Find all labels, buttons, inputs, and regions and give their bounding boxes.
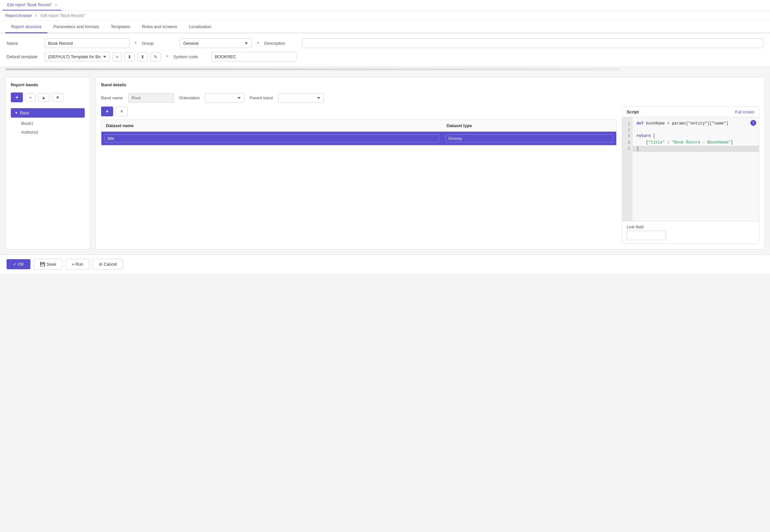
script-fullscreen-link[interactable]: Full screen <box>735 110 754 114</box>
band-child-authors2[interactable]: Authors2 <box>11 128 85 137</box>
template-select[interactable]: (DEFAULT) Template for BookR <box>44 52 110 61</box>
dataset-col-name: Dataset name <box>101 120 442 132</box>
script-title: Script <box>627 109 639 114</box>
dataset-remove-btn[interactable]: × <box>116 107 127 116</box>
dataset-col-type: Dataset type <box>442 120 616 132</box>
link-field-label: Link field <box>627 224 754 229</box>
tab-parameters-formats[interactable]: Parameters and formats <box>47 21 105 33</box>
form-row-name: Name * Group General * Description <box>7 39 763 48</box>
save-button[interactable]: 💾 Save <box>34 259 62 270</box>
bands-panel-title: Report bands <box>11 82 85 87</box>
tab-templates[interactable]: Templates <box>105 21 136 33</box>
breadcrumb-parent[interactable]: Report browser <box>5 13 32 18</box>
name-label: Name <box>7 41 39 46</box>
bottom-bar: ✓ OK 💾 Save » Run ⊘ Cancel <box>0 255 770 274</box>
nav-tabs: Report structure Parameters and formats … <box>0 21 770 33</box>
code-line-2 <box>637 127 755 133</box>
code-line-4: ["title" : "Book Record - $bookName"] <box>637 140 755 146</box>
orientation-label: Orientation <box>179 95 200 100</box>
tab-report-structure[interactable]: Report structure <box>5 21 47 33</box>
parent-band-select[interactable] <box>278 93 324 103</box>
scroll-hint <box>5 68 621 70</box>
script-header: Script Full screen <box>622 107 759 117</box>
parent-band-label: Parent band <box>250 95 273 100</box>
root-triangle-icon: ▼ <box>15 111 18 115</box>
details-body: + × Dataset name Dataset type <box>101 107 759 244</box>
band-details-header: Band name Orientation Parent band <box>101 93 759 103</box>
band-toolbar: + × ▲ ▼ <box>11 92 85 102</box>
breadcrumb: Report browser > Edit report "Book Recor… <box>0 11 770 21</box>
dataset-add-btn[interactable]: + <box>101 107 113 116</box>
template-required-star: * <box>166 54 168 59</box>
template-controls: (DEFAULT) Template for BookR + ⬇ ⬆ ✎ <box>44 52 161 61</box>
dataset-row[interactable]: Groovy SQL <box>101 132 616 145</box>
dataset-section: + × Dataset name Dataset type <box>101 107 617 244</box>
name-required-star: * <box>135 41 136 46</box>
template-upload-btn[interactable]: ⬆ <box>137 52 148 61</box>
band-name-label: Band name <box>101 95 123 100</box>
tab-label: Edit report "Book Record" <box>7 3 52 7</box>
form-row-template: Default template (DEFAULT) Template for … <box>7 52 763 61</box>
band-child-book1[interactable]: Book1 <box>11 119 85 128</box>
band-name-input[interactable] <box>128 93 174 103</box>
ok-button[interactable]: ✓ OK <box>7 259 30 269</box>
cancel-button[interactable]: ⊘ Cancel <box>92 259 123 270</box>
group-select[interactable]: General <box>179 39 252 48</box>
template-edit-btn[interactable]: ✎ <box>150 52 161 61</box>
band-add-btn[interactable]: + <box>11 92 23 102</box>
tab-localization[interactable]: Localization <box>183 21 218 33</box>
band-root-item[interactable]: ▼ Root <box>11 108 85 118</box>
default-template-label: Default template <box>7 54 39 59</box>
dataset-type-select[interactable]: Groovy SQL <box>445 134 613 142</box>
name-input[interactable] <box>44 39 129 48</box>
group-required-star: * <box>257 41 259 46</box>
script-help-icon[interactable]: ? <box>750 120 756 126</box>
group-label: Group <box>142 41 174 46</box>
link-field-section: Link field <box>622 221 759 243</box>
form-area: Name * Group General * Description Defau… <box>0 33 770 67</box>
main-content: Report bands + × ▲ ▼ ▼ Root Book1 Author… <box>0 72 770 255</box>
template-download-btn[interactable]: ⬇ <box>124 52 135 61</box>
band-tree: ▼ Root Book1 Authors2 <box>11 108 85 137</box>
code-line-3: return [ <box>637 133 755 139</box>
band-down-btn[interactable]: ▼ <box>52 93 63 102</box>
band-up-btn[interactable]: ▲ <box>38 93 49 102</box>
system-code-input[interactable] <box>211 52 296 61</box>
band-root-label: Root <box>20 110 29 115</box>
band-details-title: Band details <box>101 82 759 87</box>
system-code-label: System code <box>173 54 206 59</box>
script-panel: Script Full screen 1 2 3 4 5 def bookNam… <box>622 107 759 244</box>
breadcrumb-separator: > <box>34 13 37 18</box>
bands-panel: Report bands + × ▲ ▼ ▼ Root Book1 Author… <box>5 77 90 249</box>
script-body: 1 2 3 4 5 def bookName = params["entity"… <box>622 117 759 221</box>
dataset-toolbar: + × <box>101 107 617 116</box>
template-add-btn[interactable]: + <box>112 52 122 61</box>
dataset-name-input[interactable] <box>105 134 439 142</box>
code-line-5: ] <box>633 146 759 152</box>
orientation-select[interactable] <box>205 93 244 103</box>
tab-bar: Edit report "Book Record" × <box>0 0 770 11</box>
band-remove-btn[interactable]: × <box>25 93 35 102</box>
code-content[interactable]: def bookName = params["entity"]["name"] … <box>633 117 759 221</box>
code-line-1: def bookName = params["entity"]["name"] <box>637 121 755 127</box>
description-label: Description <box>264 41 297 46</box>
line-numbers: 1 2 3 4 5 <box>622 117 633 221</box>
link-field-input[interactable] <box>627 231 666 240</box>
tab-roles-screens[interactable]: Roles and screens <box>136 21 183 33</box>
tab-edit-report[interactable]: Edit report "Book Record" × <box>3 0 61 10</box>
breadcrumb-current: Edit report "Book Record" <box>41 13 85 18</box>
tab-close-icon[interactable]: × <box>55 3 57 7</box>
description-input[interactable] <box>302 39 763 48</box>
dataset-table: Dataset name Dataset type Groovy SQ <box>101 120 617 146</box>
band-details-panel: Band details Band name Orientation Paren… <box>95 77 765 249</box>
run-button[interactable]: » Run <box>66 259 90 270</box>
